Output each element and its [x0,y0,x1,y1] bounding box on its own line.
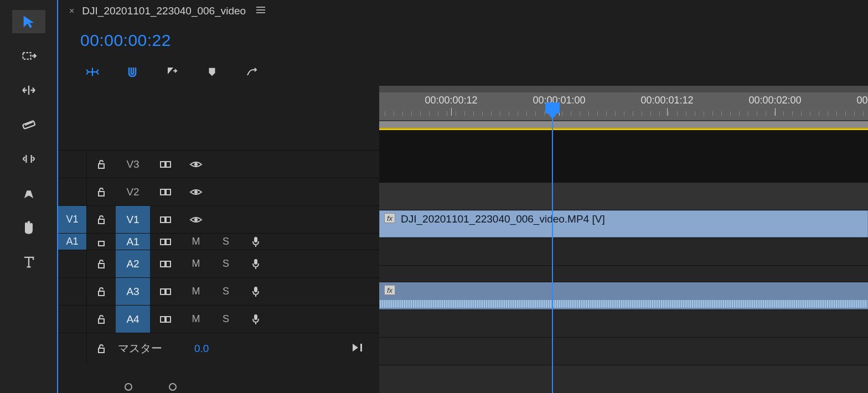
track-lane-v1[interactable] [379,237,868,265]
mute-toggle[interactable]: M [181,278,211,305]
track-select-tool[interactable] [12,44,45,68]
svg-rect-30 [161,289,165,294]
sync-lock-toggle[interactable] [150,178,181,205]
sequence-tab-bar: × DJI_20201101_223040_006_video [58,0,868,22]
master-volume-value[interactable]: 0.0 [194,343,209,355]
track-header-a2: A2 M S [58,250,379,277]
tracks-area[interactable]: 00:00:00:1200:00:01:0000:00:01:1200:00:0… [379,86,868,393]
lock-toggle[interactable] [87,178,116,205]
solo-toggle[interactable]: S [211,278,241,305]
track-header-v2: V2 [58,178,379,205]
sync-lock-toggle[interactable] [150,234,181,250]
lock-toggle[interactable] [87,306,116,333]
sync-lock-toggle[interactable] [150,306,181,333]
svg-rect-22 [161,239,165,245]
track-target-a1[interactable]: A1 [116,234,150,250]
source-patch-a3[interactable] [58,278,87,305]
toggle-track-output[interactable] [181,178,211,205]
source-patch-v2[interactable] [58,178,87,205]
voice-record-toggle[interactable] [241,250,271,277]
mute-toggle[interactable]: M [181,306,211,333]
svg-rect-23 [166,239,170,245]
track-target-a3[interactable]: A3 [116,278,150,305]
svg-rect-37 [99,348,104,353]
snap-toggle[interactable] [125,65,140,79]
track-target-v2[interactable]: V2 [116,178,150,205]
playhead-handle[interactable] [545,102,560,113]
source-patch-v1[interactable]: V1 [58,206,87,233]
svg-rect-17 [99,219,104,224]
track-target-v1[interactable]: V1 [116,206,150,233]
sync-lock-toggle[interactable] [150,151,181,178]
mute-toggle[interactable]: M [181,250,211,277]
voice-record-toggle[interactable] [241,278,271,305]
ripple-edit-tool[interactable] [12,79,45,102]
pen-tool[interactable] [12,182,45,205]
track-header-a3: A3 M S [58,277,379,305]
fx-badge-icon[interactable]: fx [384,285,395,295]
video-clip[interactable]: fx DJI_20201101_223040_006_video.MP4 [V] [379,210,868,237]
hand-tool[interactable] [12,216,45,239]
track-lane-a2[interactable]: fx [379,282,868,309]
svg-rect-34 [161,317,165,322]
track-lane-master[interactable] [379,365,868,393]
master-track-label: マスター [116,341,162,356]
svg-rect-35 [166,317,170,322]
source-patch-v3[interactable] [58,151,87,178]
insert-overwrite-toggle[interactable] [85,65,100,79]
source-patch-a1[interactable]: A1 [58,234,87,250]
selection-tool[interactable] [12,10,45,33]
source-patch-a2[interactable] [58,250,87,277]
source-patch-a4[interactable] [58,306,87,333]
lock-toggle[interactable] [87,278,116,305]
sync-lock-toggle[interactable] [150,206,181,233]
type-tool[interactable] [12,250,45,273]
empty-tracks-space [379,130,868,182]
zoom-scrollbar[interactable] [125,382,291,393]
svg-rect-36 [254,314,257,320]
svg-rect-0 [23,53,30,59]
solo-toggle[interactable]: S [211,306,241,333]
voice-record-toggle[interactable] [241,234,271,250]
track-lane-v2[interactable]: fx DJI_20201101_223040_006_video.MP4 [V] [379,210,868,237]
voice-record-toggle[interactable] [241,306,271,333]
fx-badge-icon[interactable]: fx [384,213,395,223]
solo-toggle[interactable]: S [211,234,241,250]
audio-clip[interactable]: fx [379,282,868,309]
lock-toggle[interactable] [87,250,116,277]
toggle-track-output[interactable] [181,151,211,178]
track-target-a2[interactable]: A2 [116,250,150,277]
sequence-name[interactable]: DJI_20201101_223040_006_video [82,5,246,17]
toggle-track-output[interactable] [181,206,211,233]
lock-toggle[interactable] [87,206,116,233]
razor-tool[interactable] [12,113,45,136]
close-tab-button[interactable]: × [69,6,74,16]
lock-toggle[interactable] [87,333,116,364]
slip-tool[interactable] [12,147,45,170]
track-target-a4[interactable]: A4 [116,306,150,333]
track-target-v3[interactable]: V3 [116,151,150,178]
settings-button[interactable] [244,65,260,79]
mute-toggle[interactable]: M [181,234,211,250]
play-stop-icon[interactable] [352,343,366,355]
linked-selection-toggle[interactable] [164,65,180,79]
sync-lock-toggle[interactable] [150,250,181,277]
sync-lock-toggle[interactable] [150,278,181,305]
track-header-v1: V1 V1 [58,205,379,233]
lock-toggle[interactable] [87,151,116,178]
add-marker-button[interactable] [204,65,220,79]
svg-point-20 [194,218,198,221]
svg-rect-32 [254,287,257,292]
time-ruler[interactable]: 00:00:00:1200:00:01:0000:00:01:1200:00:0… [379,86,868,121]
track-lane-a3[interactable] [379,309,868,337]
svg-rect-19 [166,217,170,223]
track-lane-a4[interactable] [379,337,868,365]
panel-menu-icon[interactable] [256,5,266,17]
track-lane-v3[interactable] [379,182,868,210]
current-timecode[interactable]: 00:00:00:22 [80,31,171,50]
work-area-bar[interactable] [379,121,868,129]
track-lane-a1[interactable] [379,265,868,282]
solo-toggle[interactable]: S [211,250,241,277]
timeline-panel: × DJI_20201101_223040_006_video 00:00:00… [58,0,868,393]
lock-toggle[interactable] [87,234,116,250]
